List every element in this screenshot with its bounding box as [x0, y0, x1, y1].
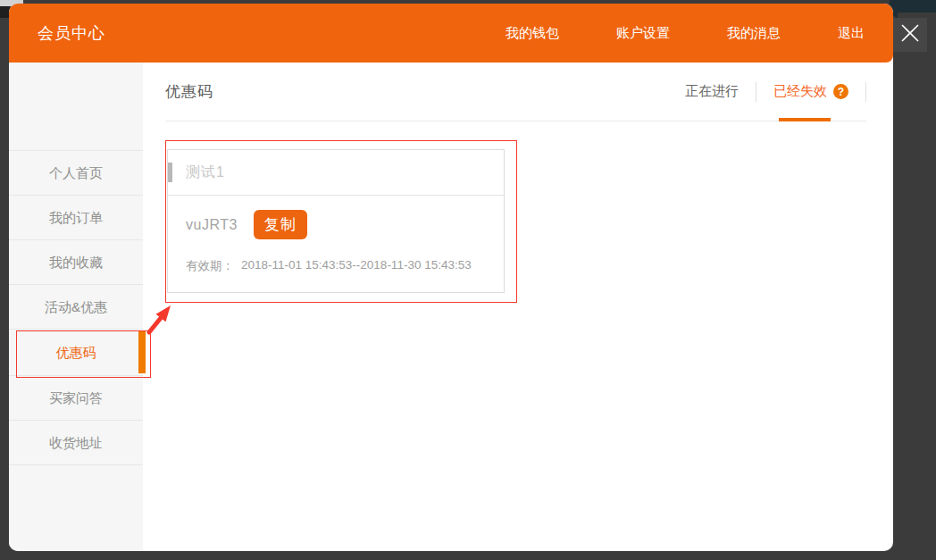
- validity-dates: 2018-11-01 15:43:53--2018-11-30 15:43:53: [241, 258, 472, 274]
- tab-divider: [865, 82, 866, 102]
- sidebar-item-address[interactable]: 收货地址: [9, 420, 143, 465]
- sidebar-item-coupon-codes[interactable]: 优惠码: [9, 329, 143, 375]
- dialog-title: 会员中心: [38, 22, 105, 44]
- dialog-body: 个人首页 我的订单 我的收藏 活动&优惠 优惠码 买家问答 收货地址 优惠码 正…: [9, 63, 893, 551]
- close-button[interactable]: [893, 18, 927, 52]
- sidebar-item-home[interactable]: 个人首页: [9, 150, 143, 195]
- close-icon: [899, 22, 921, 47]
- active-item-indicator-bar: [138, 331, 146, 373]
- coupon-code-row: vuJRT3 复制: [186, 210, 486, 239]
- page-overlay: { "window": { "title": "会员中心", "close_ic…: [0, 0, 936, 560]
- card-left-marker: [168, 163, 172, 182]
- coupon-name: 测试1: [186, 163, 225, 182]
- tab-expired[interactable]: 已经失效 ?: [773, 83, 848, 100]
- coupon-code-value: vuJRT3: [186, 217, 238, 233]
- nav-item-wallet[interactable]: 我的钱包: [506, 25, 559, 42]
- active-tab-underline: [779, 118, 831, 121]
- dialog-header: 会员中心 我的钱包 账户设置 我的消息 退出: [9, 4, 893, 63]
- question-help-icon[interactable]: ?: [833, 84, 848, 99]
- coupon-card-body: vuJRT3 复制 有效期： 2018-11-01 15:43:53--2018…: [168, 196, 504, 274]
- sidebar-item-buyer-qa[interactable]: 买家问答: [9, 375, 143, 420]
- tab-expired-label: 已经失效: [773, 83, 827, 100]
- coupon-card-header: 测试1: [168, 150, 504, 196]
- copy-button[interactable]: 复制: [254, 210, 307, 239]
- sidebar-menu: 个人首页 我的订单 我的收藏 活动&优惠 优惠码 买家问答 收货地址: [9, 150, 143, 465]
- member-center-dialog: 会员中心 我的钱包 账户设置 我的消息 退出 个人首页 我的订单 我的收藏 活动…: [9, 4, 893, 551]
- validity-row: 有效期： 2018-11-01 15:43:53--2018-11-30 15:…: [186, 258, 486, 274]
- sidebar-item-favorites[interactable]: 我的收藏: [9, 239, 143, 284]
- main-header: 优惠码 正在进行 已经失效 ?: [165, 63, 866, 121]
- tab-divider: [756, 82, 756, 102]
- sidebar: 个人首页 我的订单 我的收藏 活动&优惠 优惠码 买家问答 收货地址: [9, 63, 143, 551]
- nav-item-settings[interactable]: 账户设置: [616, 25, 670, 42]
- annotation-arrow-icon: [143, 299, 179, 339]
- tab-in-progress[interactable]: 正在进行: [685, 83, 739, 100]
- sidebar-item-promos[interactable]: 活动&优惠: [9, 284, 143, 329]
- header-nav: 我的钱包 账户设置 我的消息 退出: [506, 25, 893, 42]
- background-page-fragment: [890, 0, 936, 13]
- tab-bar: 正在进行 已经失效 ?: [685, 82, 866, 102]
- coupon-card: 测试1 vuJRT3 复制 有效期： 2018-11-01 15:43:53--…: [167, 149, 505, 293]
- nav-item-logout[interactable]: 退出: [838, 25, 865, 42]
- validity-label: 有效期：: [186, 258, 234, 274]
- page-title: 优惠码: [165, 81, 213, 102]
- sidebar-item-orders[interactable]: 我的订单: [9, 195, 143, 239]
- sidebar-item-label: 优惠码: [56, 345, 96, 360]
- main-content: 优惠码 正在进行 已经失效 ? 测试1: [143, 63, 893, 551]
- nav-item-messages[interactable]: 我的消息: [727, 25, 781, 42]
